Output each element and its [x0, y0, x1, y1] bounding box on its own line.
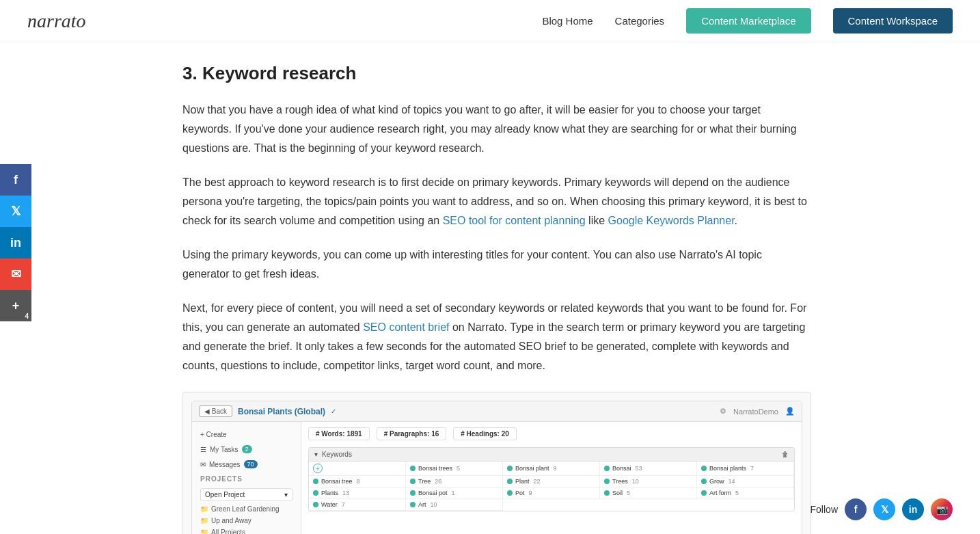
mini-keywords-label: Keywords: [322, 451, 352, 458]
mini-paragraphs-label: # Paragraphs:: [384, 430, 430, 438]
mini-sidebar: + Create ☰ My Tasks 2 ✉ Messages 70 PROJ…: [192, 422, 301, 534]
mini-headings-stat: # Headings: 20: [453, 427, 517, 440]
mini-kw-dot: [701, 490, 707, 496]
mini-keywords-delete-icon[interactable]: 🗑: [782, 451, 789, 458]
mini-back-button[interactable]: ◀ Back: [199, 405, 232, 417]
mini-my-tasks-label: My Tasks: [210, 446, 239, 453]
mini-kw-dot: [604, 479, 610, 484]
mini-keyword-item: Water7: [309, 499, 406, 511]
content-workspace-button[interactable]: Content Workspace: [833, 8, 953, 34]
mini-add-keyword[interactable]: +: [309, 462, 406, 476]
mini-my-tasks[interactable]: ☰ My Tasks 2: [192, 442, 301, 457]
content-marketplace-button[interactable]: Content Marketplace: [686, 8, 811, 34]
mini-kw-name: Art form: [709, 490, 731, 496]
mini-kw-count: 9: [554, 465, 557, 472]
mini-kw-name: Bonsai trees: [418, 465, 452, 472]
mini-project-2[interactable]: 📁 Up and Away: [192, 515, 301, 526]
mini-kw-name: Plant: [515, 478, 530, 485]
mini-keyword-item: Bonsai53: [600, 462, 697, 476]
mini-kw-name: Bonsai: [612, 465, 631, 472]
follow-instagram-icon: 📷: [936, 504, 948, 515]
mini-task-icon: ☰: [200, 446, 206, 453]
mini-ui-header: ◀ Back Bonsai Plants (Global) ✓ ⚙ Narrat…: [192, 401, 802, 422]
follow-linkedin-button[interactable]: in: [902, 498, 924, 520]
mini-keyword-item: Bonsai plants7: [697, 462, 794, 476]
follow-label: Follow: [811, 504, 838, 515]
mini-keywords-section: ▾ Keywords 🗑 + // keywords rendered dyna…: [308, 447, 795, 511]
mini-messages[interactable]: ✉ Messages 70: [192, 457, 301, 472]
blog-home-link[interactable]: Blog Home: [542, 15, 593, 27]
mini-kw-count: 1: [452, 490, 455, 496]
google-keywords-planner-link[interactable]: Google Keywords Planner: [608, 215, 735, 226]
mini-kw-dot: [313, 490, 318, 496]
mini-kw-dot: [410, 502, 416, 507]
mini-open-project[interactable]: Open Project ▾: [200, 488, 292, 501]
follow-facebook-icon: f: [854, 504, 858, 515]
mini-words-value: 1891: [346, 430, 362, 438]
paragraph-2: The best approach to keyword research is…: [182, 173, 811, 230]
follow-instagram-button[interactable]: 📷: [931, 498, 953, 520]
email-share-button[interactable]: ✉: [0, 258, 31, 290]
mini-messages-label: Messages: [209, 461, 241, 468]
mini-kw-count: 9: [529, 490, 532, 496]
mini-kw-name: Art: [418, 501, 426, 508]
seo-tool-link[interactable]: SEO tool for content planning: [443, 215, 586, 226]
mini-kw-dot: [701, 479, 707, 484]
mini-kw-dot: [410, 479, 416, 484]
more-share-button[interactable]: + 4: [0, 290, 31, 321]
mini-all-projects-label: All Projects: [211, 529, 245, 534]
mini-folder-icon-2: 📁: [200, 517, 208, 524]
mini-kw-count: 5: [457, 465, 460, 472]
mini-keyword-item: Art form5: [697, 488, 794, 499]
mini-chevron-down-icon: ▾: [314, 451, 318, 458]
mini-kw-name: Water: [321, 501, 338, 508]
paragraph-4: Next, for every piece of content, you wi…: [182, 299, 811, 375]
twitter-share-button[interactable]: 𝕏: [0, 196, 31, 227]
mini-keyword-item: Grow14: [697, 476, 794, 488]
social-sidebar: f 𝕏 in ✉ + 4: [0, 164, 31, 321]
mini-keyword-item: Bonsai trees5: [406, 462, 503, 476]
mini-folder-icon-3: 📁: [200, 529, 208, 534]
mini-kw-count: 13: [342, 490, 349, 496]
mini-projects-header: PROJECTS: [192, 472, 301, 486]
mini-kw-name: Bonsai plant: [515, 465, 549, 472]
follow-facebook-button[interactable]: f: [845, 498, 867, 520]
mini-add-button[interactable]: +: [313, 464, 323, 473]
mini-avatar: 👤: [785, 407, 795, 416]
mini-keyword-item: Tree26: [406, 476, 503, 488]
mini-kw-dot: [410, 490, 416, 496]
mini-project-1[interactable]: 📁 Green Leaf Gardening: [192, 503, 301, 515]
mini-keyword-item: Pot9: [503, 488, 600, 499]
mini-kw-count: 8: [357, 478, 360, 485]
mini-headings-label: # Headings:: [461, 430, 500, 438]
mini-kw-dot: [701, 466, 707, 471]
mini-keyword-item: Plants13: [309, 488, 406, 499]
mini-keyword-item: Soil5: [600, 488, 697, 499]
mini-kw-name: Tree: [418, 478, 431, 485]
mini-kw-count: 10: [632, 478, 639, 485]
seo-content-brief-link[interactable]: SEO content brief: [363, 321, 449, 333]
mini-keyword-item: Trees10: [600, 476, 697, 488]
mini-paragraphs-value: 16: [431, 430, 439, 438]
facebook-icon: f: [14, 173, 18, 187]
screenshot-container: ◀ Back Bonsai Plants (Global) ✓ ⚙ Narrat…: [182, 392, 811, 534]
mini-kw-count: 5: [627, 490, 630, 496]
mini-dropdown-icon: ▾: [284, 491, 288, 498]
mini-kw-name: Pot: [515, 490, 525, 496]
mini-body: + Create ☰ My Tasks 2 ✉ Messages 70 PROJ…: [192, 422, 802, 534]
follow-twitter-button[interactable]: 𝕏: [873, 498, 895, 520]
twitter-icon: 𝕏: [11, 204, 21, 219]
mini-all-projects[interactable]: 📁 All Projects: [192, 526, 301, 534]
mini-folder-icon: 📁: [200, 505, 208, 513]
linkedin-share-button[interactable]: in: [0, 227, 31, 258]
mini-gear-icon[interactable]: ⚙: [720, 407, 726, 416]
logo: narrato: [27, 10, 86, 32]
facebook-share-button[interactable]: f: [0, 164, 31, 196]
mini-kw-name: Soil: [612, 490, 623, 496]
mini-message-icon: ✉: [200, 461, 206, 468]
categories-link[interactable]: Categories: [615, 15, 665, 27]
mini-kw-count: 5: [735, 490, 739, 496]
mini-kw-name: Bonsai tree: [321, 478, 353, 485]
mini-create-button[interactable]: + Create: [192, 427, 301, 442]
mini-keyword-item: Bonsai tree8: [309, 476, 406, 488]
